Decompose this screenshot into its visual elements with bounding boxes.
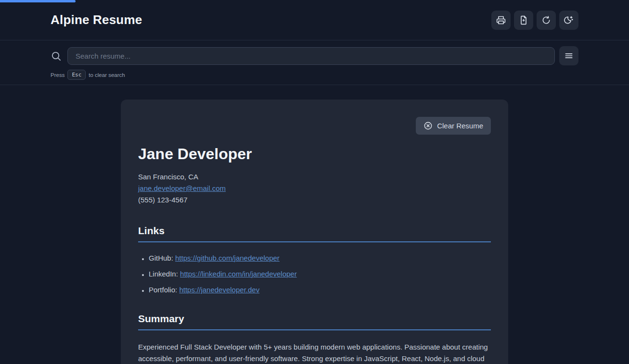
link-label: GitHub — [149, 254, 171, 262]
search-input[interactable] — [67, 47, 555, 65]
loading-progress-bar — [0, 0, 76, 2]
search-section: Press Esc to clear search — [0, 40, 629, 85]
main-content: Clear Resume Jane Developer San Francisc… — [0, 85, 629, 364]
link-label: LinkedIn — [149, 270, 176, 278]
contact-location: San Francisco, CA — [138, 171, 491, 183]
github-link[interactable]: https://github.com/janedeveloper — [175, 254, 280, 262]
clear-resume-button[interactable]: Clear Resume — [416, 117, 491, 135]
list-item: LinkedIn: https://linkedin.com/in/janede… — [149, 270, 491, 278]
print-button[interactable] — [491, 11, 511, 30]
reload-button[interactable] — [537, 11, 556, 30]
hint-prefix: Press — [51, 72, 64, 78]
link-label: Portfolio — [149, 286, 175, 294]
search-icon — [51, 50, 62, 62]
links-section-heading: Links — [138, 225, 491, 242]
summary-text: Experienced Full Stack Developer with 5+… — [138, 341, 491, 364]
summary-section-heading: Summary — [138, 313, 491, 330]
portfolio-link[interactable]: https://janedeveloper.dev — [179, 286, 259, 294]
moon-star-icon — [564, 15, 574, 25]
search-hint: Press Esc to clear search — [51, 70, 578, 80]
app-header: Alpine Resume — [0, 0, 629, 40]
clear-resume-label: Clear Resume — [437, 122, 483, 130]
list-item: GitHub: https://github.com/janedeveloper — [149, 254, 491, 262]
refresh-icon — [541, 15, 551, 25]
app-title: Alpine Resume — [51, 13, 142, 27]
export-file-button[interactable] — [514, 11, 533, 30]
menu-button[interactable] — [559, 46, 578, 65]
esc-key-badge: Esc — [67, 70, 86, 80]
printer-icon — [496, 15, 506, 25]
list-item: Portfolio: https://janedeveloper.dev — [149, 286, 491, 294]
contact-email-link[interactable]: jane.developer@email.com — [138, 184, 226, 192]
file-export-icon — [519, 15, 528, 25]
hamburger-menu-icon — [564, 51, 574, 61]
circle-x-icon — [424, 121, 433, 130]
linkedin-link[interactable]: https://linkedin.com/in/janedeveloper — [180, 270, 297, 278]
theme-toggle-button[interactable] — [559, 11, 578, 30]
contact-block: San Francisco, CA jane.developer@email.c… — [138, 171, 491, 206]
resume-name: Jane Developer — [138, 145, 491, 163]
header-actions — [491, 11, 578, 30]
resume-card: Clear Resume Jane Developer San Francisc… — [121, 100, 508, 364]
contact-phone: (555) 123-4567 — [138, 194, 491, 206]
links-list: GitHub: https://github.com/janedeveloper… — [138, 254, 491, 294]
hint-suffix: to clear search — [89, 72, 125, 78]
